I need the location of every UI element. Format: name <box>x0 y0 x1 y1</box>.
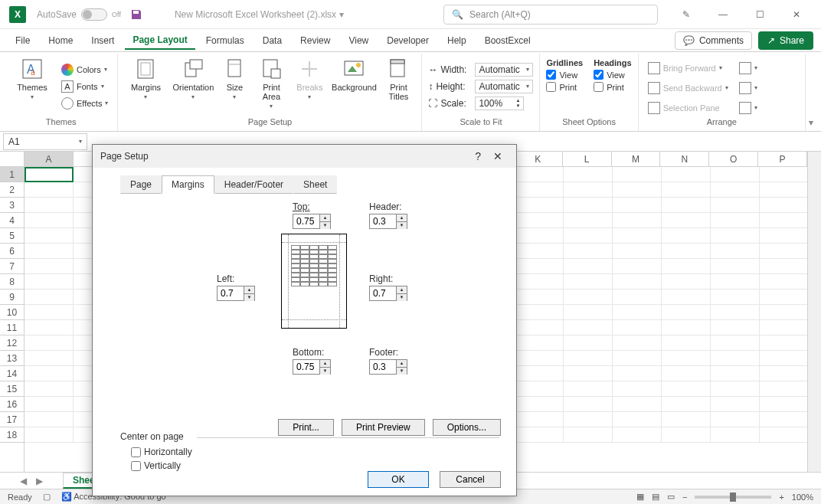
cell-K11[interactable] <box>515 320 564 335</box>
cell-O14[interactable] <box>711 366 760 381</box>
center-vertically-checkbox[interactable]: Vertically <box>131 460 192 471</box>
cell-N6[interactable] <box>662 244 711 259</box>
cell-M17[interactable] <box>613 412 662 427</box>
cell-N17[interactable] <box>662 412 711 427</box>
row-header-11[interactable]: 11 <box>0 320 24 335</box>
minimize-icon[interactable]: — <box>712 9 734 20</box>
margin-right-spinner[interactable]: ▲▼ <box>369 286 407 301</box>
save-icon[interactable] <box>129 7 144 22</box>
cell-O9[interactable] <box>711 290 760 305</box>
col-header-M[interactable]: M <box>612 152 661 167</box>
row-header-16[interactable]: 16 <box>0 397 24 412</box>
select-all-triangle[interactable] <box>0 152 24 167</box>
col-header-K[interactable]: K <box>514 152 563 167</box>
cell-K18[interactable] <box>515 427 564 443</box>
cell-N4[interactable] <box>662 213 711 228</box>
zoom-value[interactable]: 100% <box>792 493 813 502</box>
center-horizontally-checkbox[interactable]: Horizontally <box>131 447 192 457</box>
maximize-icon[interactable]: ☐ <box>749 9 770 20</box>
background-button[interactable]: Background <box>331 55 377 117</box>
cell-P2[interactable] <box>760 182 807 198</box>
col-header-N[interactable]: N <box>660 152 709 167</box>
effects-button[interactable]: Effects▾ <box>58 96 111 111</box>
cell-M2[interactable] <box>613 182 662 198</box>
dlg-print-preview-button[interactable]: Print Preview <box>342 419 425 436</box>
cell-A2[interactable] <box>25 182 74 198</box>
zoom-out-icon[interactable]: − <box>682 493 687 502</box>
cell-A6[interactable] <box>25 244 74 259</box>
cell-A10[interactable] <box>25 305 74 320</box>
cell-N1[interactable] <box>662 167 711 182</box>
margin-top-input[interactable] <box>293 214 319 228</box>
dlg-tab-margins[interactable]: Margins <box>162 175 214 194</box>
height-dropdown[interactable]: Automatic▾ <box>475 80 533 93</box>
view-page-break-icon[interactable]: ▭ <box>667 492 675 502</box>
cell-L16[interactable] <box>564 397 613 412</box>
cell-P9[interactable] <box>760 290 807 305</box>
row-header-10[interactable]: 10 <box>0 305 24 320</box>
col-header-O[interactable]: O <box>709 152 758 167</box>
view-normal-icon[interactable]: ▦ <box>636 492 644 502</box>
cell-K8[interactable] <box>515 274 564 290</box>
cell-L8[interactable] <box>564 274 613 290</box>
cell-A17[interactable] <box>25 412 74 427</box>
cell-A11[interactable] <box>25 320 74 335</box>
row-header-7[interactable]: 7 <box>0 259 24 274</box>
cell-P17[interactable] <box>760 412 807 427</box>
row-header-15[interactable]: 15 <box>0 381 24 397</box>
row-header-6[interactable]: 6 <box>0 244 24 259</box>
cell-P12[interactable] <box>760 335 807 351</box>
row-header-4[interactable]: 4 <box>0 213 24 228</box>
print-area-button[interactable]: Print Area▾ <box>254 55 288 117</box>
cell-A15[interactable] <box>25 381 74 397</box>
size-button[interactable]: Size▾ <box>219 55 250 117</box>
view-page-layout-icon[interactable]: ▤ <box>652 492 659 502</box>
cell-A5[interactable] <box>25 228 74 244</box>
cell-A14[interactable] <box>25 366 74 381</box>
cell-N2[interactable] <box>662 182 711 198</box>
cell-P11[interactable] <box>760 320 807 335</box>
cell-O3[interactable] <box>711 198 760 213</box>
cell-A4[interactable] <box>25 213 74 228</box>
gridlines-view-checkbox[interactable]: View <box>546 70 583 80</box>
cell-N12[interactable] <box>662 335 711 351</box>
cell-N8[interactable] <box>662 274 711 290</box>
cell-K17[interactable] <box>515 412 564 427</box>
cell-K10[interactable] <box>515 305 564 320</box>
cell-O18[interactable] <box>711 427 760 443</box>
macro-record-icon[interactable]: ▢ <box>43 492 51 502</box>
cell-L18[interactable] <box>564 427 613 443</box>
cell-P6[interactable] <box>760 244 807 259</box>
cell-P10[interactable] <box>760 305 807 320</box>
cell-A18[interactable] <box>25 427 74 443</box>
toggle-switch[interactable] <box>81 8 107 21</box>
cell-O2[interactable] <box>711 182 760 198</box>
orientation-button[interactable]: Orientation▾ <box>172 55 214 117</box>
row-header-14[interactable]: 14 <box>0 366 24 381</box>
cell-O10[interactable] <box>711 305 760 320</box>
cell-A8[interactable] <box>25 274 74 290</box>
cell-M5[interactable] <box>613 228 662 244</box>
cell-N7[interactable] <box>662 259 711 274</box>
sheet-nav-prev-icon[interactable]: ◀ <box>15 476 31 486</box>
share-button[interactable]: ↗ Share <box>758 31 813 50</box>
filename[interactable]: New Microsoft Excel Worksheet (2).xlsx <box>175 9 336 20</box>
col-header-A[interactable]: A <box>25 152 74 167</box>
tab-review[interactable]: Review <box>293 32 338 49</box>
cell-M9[interactable] <box>613 290 662 305</box>
margin-footer-input[interactable] <box>370 360 396 374</box>
row-header-3[interactable]: 3 <box>0 198 24 213</box>
themes-button[interactable]: Aa Themes ▾ <box>11 55 54 117</box>
cell-L11[interactable] <box>564 320 613 335</box>
cell-P13[interactable] <box>760 351 807 366</box>
margin-left-input[interactable] <box>218 286 244 300</box>
cell-O17[interactable] <box>711 412 760 427</box>
row-header-13[interactable]: 13 <box>0 351 24 366</box>
filename-chevron-icon[interactable]: ▾ <box>339 9 344 20</box>
cell-O6[interactable] <box>711 244 760 259</box>
row-header-5[interactable]: 5 <box>0 228 24 244</box>
margin-header-spinner[interactable]: ▲▼ <box>369 214 407 229</box>
cell-L17[interactable] <box>564 412 613 427</box>
cell-M16[interactable] <box>613 397 662 412</box>
cell-A16[interactable] <box>25 397 74 412</box>
